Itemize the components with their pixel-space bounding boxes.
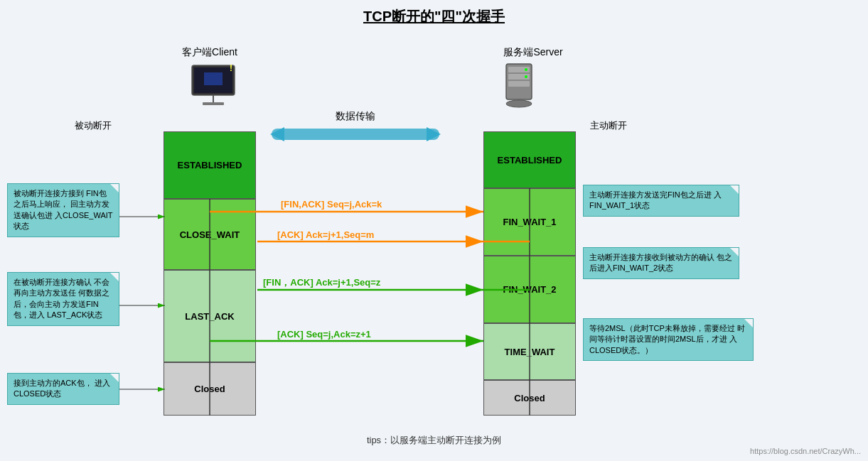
svg-text:!: ! [230, 64, 232, 73]
server-fin-wait-1: FIN_WAIT_1 [483, 188, 576, 256]
diagram-arrows: [FIN,ACK] Seq=j,Ack=k [ACK] Ack=j+1,Seq=… [0, 0, 868, 461]
right-note-3: 等待2MSL（此时TCP未释放掉，需要经过 时间等待计时器设置的时间2MSL后，… [583, 318, 754, 361]
client-closed: Closed [164, 362, 256, 416]
server-established: ESTABLISHED [483, 131, 576, 188]
page-title: TCP断开的"四"次握手 [0, 0, 868, 26]
server-time-wait: TIME_WAIT [483, 323, 576, 380]
svg-point-11 [525, 75, 527, 78]
left-note-2: 在被动断开连接方确认 不会再向主动方发送任 何数据之后，会向主动 方发送FIN包… [7, 272, 119, 326]
server-closed: Closed [483, 380, 576, 416]
svg-text:[FIN，ACK]  Ack=j+1,Seq=z: [FIN，ACK] Ack=j+1,Seq=z [263, 277, 381, 288]
server-label: 服务端Server [483, 46, 583, 59]
svg-point-12 [506, 100, 532, 107]
client-icon: ! [188, 64, 238, 116]
main-container: TCP断开的"四"次握手 客户端Client 服务端Server 被动断开 主动… [0, 0, 868, 461]
watermark: https://blog.csdn.net/CrazyWh... [750, 447, 861, 455]
server-icon [498, 63, 540, 115]
right-note-1: 主动断开连接方发送完FIN包之后进 入FIN_WAIT_1状态 [583, 185, 739, 217]
client-last-ack: LAST_ACK [164, 270, 256, 362]
passive-label: 被动断开 [75, 119, 112, 132]
right-note-2: 主动断开连接方接收到被动方的确认 包之后进入FIN_WAIT_2状态 [583, 247, 739, 279]
client-established: ESTABLISHED [164, 131, 256, 199]
svg-text:[ACK]  Ack=j+1,Seq=m: [ACK] Ack=j+1,Seq=m [277, 229, 374, 240]
svg-point-10 [525, 68, 527, 71]
svg-text:[ACK]  Seq=j,Ack=z+1: [ACK] Seq=j,Ack=z+1 [277, 329, 371, 340]
client-close-wait: CLOSE_WAIT [164, 199, 256, 270]
left-note-1: 被动断开连接方接到 FIN包之后马上响应， 回主动方发送确认包进 入CLOSE_… [7, 183, 119, 237]
tips-text: tips：以服务端主动断开连接为例 [367, 434, 501, 447]
svg-rect-4 [203, 102, 224, 105]
left-note-3: 接到主动方的ACK包， 进入CLOSED状态 [7, 373, 119, 405]
client-label: 客户端Client [167, 46, 252, 59]
active-label: 主动断开 [590, 119, 627, 132]
svg-rect-2 [204, 72, 223, 85]
svg-rect-9 [508, 81, 530, 87]
data-transfer-label: 数据传输 [249, 110, 462, 147]
server-fin-wait-2: FIN_WAIT_2 [483, 256, 576, 323]
svg-text:[FIN,ACK]  Seq=j,Ack=k: [FIN,ACK] Seq=j,Ack=k [281, 199, 382, 210]
